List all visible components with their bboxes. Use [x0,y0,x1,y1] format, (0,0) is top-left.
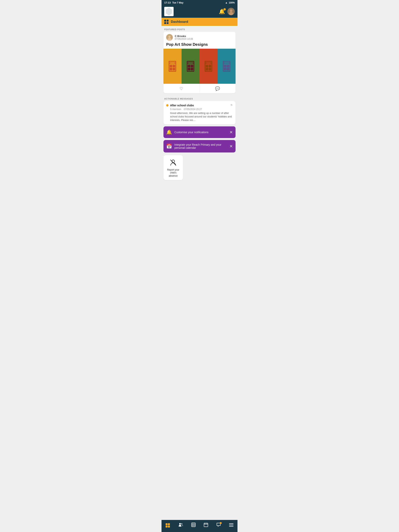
post-actions: ♡ 💬 [163,84,236,93]
status-bar: 17:13 Tue 7 May ▲ 100% [161,0,238,5]
status-date: Tue 7 May [172,1,183,4]
calendar-nav-icon [204,523,208,528]
svg-text:🦢: 🦢 [168,11,170,13]
actionable-header: After school clubs ⚑ [166,103,233,107]
actionable-item[interactable]: After school clubs ⚑ S Harrison 07/05/20… [163,101,236,124]
actionable-title: After school clubs [170,104,194,107]
svg-point-6 [168,36,171,38]
report-absence-label: Report your child's absence [166,168,180,177]
wifi-icon: ▲ [225,1,228,4]
school-logo[interactable]: 🦢 [164,7,174,16]
actionable-meta: S Harrison 07/05/2024 15:27 [166,108,233,111]
bottom-nav [161,520,238,532]
timetable-icon [191,523,196,528]
notifications-banner-close[interactable]: ✕ [230,130,233,134]
post-date: 07/05/2024 14:48 [175,38,193,40]
post-author-avatar [166,34,173,41]
unread-dot [166,104,168,107]
nav-item-calendar[interactable] [202,522,210,529]
pop-art-panel-1 [163,49,182,84]
banner-left-calendar: 📅 Integrate your Reach Primary and your … [166,143,230,149]
quick-actions: Report your child's absence [161,154,238,181]
post-header: C Brooks 07/05/2024 14:48 [163,32,236,42]
svg-point-7 [167,38,171,41]
actionable-messages-label: ACTIONABLE MESSAGES [161,95,238,101]
actionable-messages-card: After school clubs ⚑ S Harrison 07/05/20… [163,101,236,124]
svg-point-11 [181,523,182,524]
actionable-preview: Good afternoon, We are setting up a numb… [166,111,233,122]
post-title: Pop Art Show Designs [163,42,236,49]
nav-item-people[interactable] [176,522,185,529]
post-image [163,49,236,84]
actionable-date: 07/05/2024 15:27 [184,108,202,111]
svg-point-8 [172,160,174,163]
svg-point-3 [230,9,232,12]
actionable-title-row: After school clubs [166,104,194,107]
actionable-sender: S Harrison [170,108,181,111]
pop-art-panel-2 [182,49,200,84]
notifications-bell[interactable]: 🔔 [219,9,225,15]
nav-item-timetable[interactable] [189,522,198,529]
messages-badge [220,522,222,524]
post-meta: C Brooks 07/05/2024 14:48 [175,35,193,40]
calendar-banner-icon: 📅 [166,144,172,149]
battery-indicator: 100% [229,1,235,4]
nav-item-dashboard[interactable] [164,522,172,528]
notifications-banner[interactable]: 🔔 Customise your notifications ✕ [163,126,236,138]
calendar-banner-close[interactable]: ✕ [230,144,233,149]
dashboard-grid-icon[interactable] [164,20,168,24]
pop-art-panel-3 [200,49,218,84]
header-icons: 🔔 [219,8,235,15]
bell-banner-icon: 🔔 [166,129,172,135]
comment-button[interactable]: 💬 [200,84,236,93]
flag-icon: ⚑ [230,103,233,107]
nav-bar: Dashboard [161,18,238,26]
notifications-banner-text: Customise your notifications [174,131,208,134]
svg-rect-17 [204,523,208,527]
main-content: FEATURED POSTS C Brooks 07/05/2024 14:48… [161,26,238,520]
dashboard-nav-icon [166,523,170,527]
post-author: C Brooks [175,35,193,38]
report-absence-card[interactable]: Report your child's absence [163,155,183,180]
featured-post-card: C Brooks 07/05/2024 14:48 Pop Art Show D… [163,32,236,93]
svg-point-10 [179,523,181,525]
app-header: 🦢 🔔 [161,5,238,18]
svg-line-9 [170,160,176,165]
pop-art-panel-4 [218,49,236,84]
bell-badge [224,8,226,11]
like-button[interactable]: ♡ [163,84,200,93]
svg-rect-12 [192,523,195,527]
menu-icon [229,523,233,528]
calendar-banner-text: Integrate your Reach Primary and your pe… [174,143,230,149]
banner-left: 🔔 Customise your notifications [166,129,208,135]
people-icon [178,523,183,528]
nav-title: Dashboard [171,20,188,24]
avatar[interactable] [227,8,235,15]
svg-point-4 [229,12,233,15]
featured-posts-label: FEATURED POSTS [161,26,238,32]
nav-item-menu[interactable] [227,522,235,529]
messages-badge-container [216,523,221,528]
absence-icon [169,159,177,166]
calendar-banner[interactable]: 📅 Integrate your Reach Primary and your … [163,140,236,152]
status-time: 17:13 [164,1,171,4]
nav-item-messages[interactable] [214,522,223,529]
